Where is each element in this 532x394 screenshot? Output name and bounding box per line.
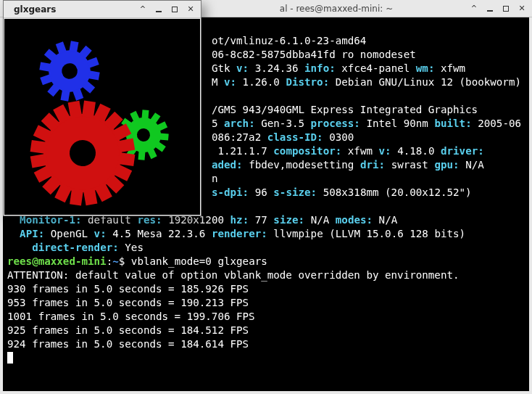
close-button[interactable]: ✕ xyxy=(518,4,526,13)
minimize-icon xyxy=(487,10,493,12)
glxgears-canvas xyxy=(4,19,200,215)
glxgears-window-buttons: ^ ✕ xyxy=(138,5,198,14)
close-icon: ✕ xyxy=(187,4,194,14)
terminal-cursor xyxy=(7,352,13,364)
glxgears-title: glxgears xyxy=(7,4,138,15)
glxgears-window: glxgears ^ ✕ xyxy=(3,0,201,216)
terminal-window-buttons: ^ ✕ xyxy=(470,4,529,13)
chevron-up-icon: ^ xyxy=(140,5,146,13)
glxgears-titlebar[interactable]: glxgears ^ ✕ xyxy=(4,1,201,18)
minimize-button[interactable] xyxy=(486,4,494,13)
rollup-button[interactable]: ^ xyxy=(470,4,478,13)
maximize-button[interactable] xyxy=(502,4,510,13)
maximize-icon xyxy=(503,6,509,12)
rollup-button[interactable]: ^ xyxy=(138,5,147,14)
blue-gear-icon xyxy=(35,36,104,106)
maximize-button[interactable] xyxy=(170,5,179,14)
maximize-icon xyxy=(172,7,178,12)
close-button[interactable]: ✕ xyxy=(186,5,195,14)
chevron-up-icon: ^ xyxy=(471,4,477,12)
minimize-button[interactable] xyxy=(154,5,163,14)
close-icon: ✕ xyxy=(518,4,525,13)
red-gear-icon xyxy=(24,94,142,213)
minimize-icon xyxy=(156,11,162,12)
